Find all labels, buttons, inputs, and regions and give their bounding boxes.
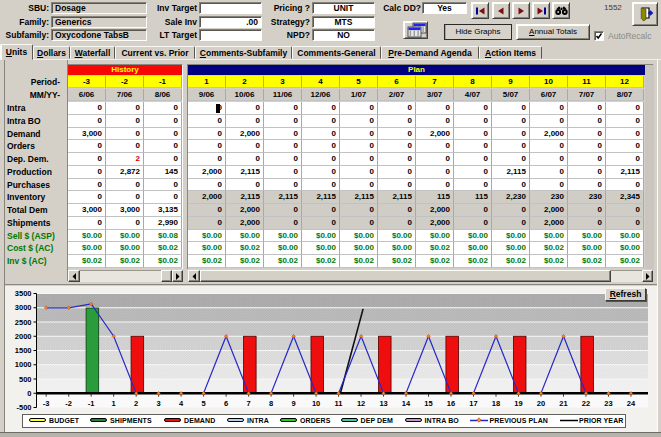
svg-text:17: 17 — [469, 399, 477, 408]
svg-text:1500: 1500 — [15, 346, 32, 355]
svg-text:18: 18 — [492, 399, 500, 408]
svg-text:22: 22 — [582, 399, 590, 408]
svg-text:2000: 2000 — [15, 332, 32, 341]
svg-text:-3: -3 — [43, 399, 50, 408]
svg-text:8: 8 — [269, 399, 273, 408]
svg-text:14: 14 — [402, 399, 411, 408]
svg-text:3000: 3000 — [15, 303, 32, 312]
svg-text:3: 3 — [157, 399, 161, 408]
svg-text:0: 0 — [27, 389, 31, 398]
svg-text:2500: 2500 — [15, 318, 32, 327]
svg-text:21: 21 — [559, 399, 567, 408]
svg-text:6: 6 — [224, 399, 228, 408]
svg-text:-2: -2 — [65, 399, 72, 408]
svg-text:16: 16 — [447, 399, 455, 408]
svg-text:23: 23 — [604, 399, 612, 408]
svg-text:15: 15 — [424, 399, 432, 408]
svg-text:1000: 1000 — [15, 360, 32, 369]
svg-text:20: 20 — [537, 399, 545, 408]
svg-text:24: 24 — [627, 399, 636, 408]
svg-text:13: 13 — [379, 399, 387, 408]
svg-text:3500: 3500 — [15, 289, 32, 298]
svg-text:9: 9 — [292, 399, 296, 408]
svg-text:10: 10 — [312, 399, 320, 408]
svg-text:500: 500 — [19, 375, 32, 384]
svg-text:12: 12 — [357, 399, 365, 408]
svg-text:7: 7 — [247, 399, 251, 408]
svg-text:1: 1 — [112, 399, 116, 408]
svg-text:19: 19 — [514, 399, 522, 408]
svg-text:5: 5 — [202, 399, 206, 408]
svg-text:2: 2 — [134, 399, 138, 408]
svg-text:11: 11 — [335, 399, 343, 408]
svg-text:-1: -1 — [88, 399, 95, 408]
svg-text:-500: -500 — [16, 403, 31, 412]
